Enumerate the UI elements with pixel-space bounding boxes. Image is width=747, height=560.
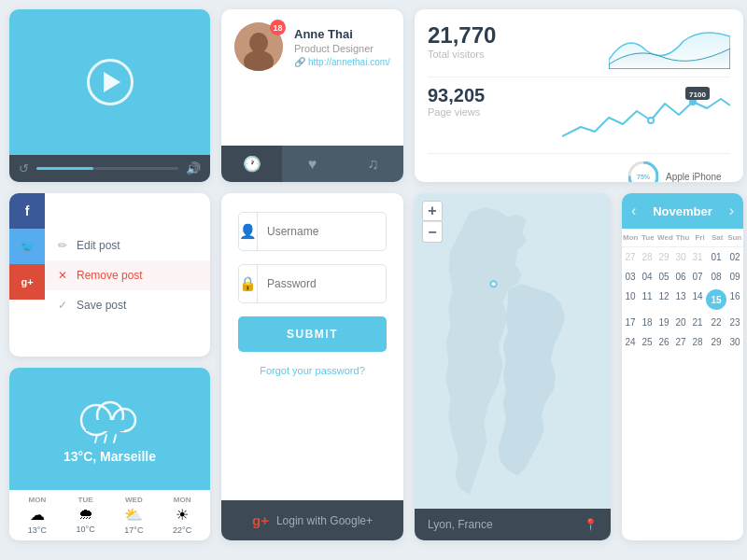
calendar-cell[interactable]: 23	[726, 313, 743, 332]
google-login[interactable]: g+ Login with Google+	[221, 500, 403, 540]
calendar-cell[interactable]: 21	[689, 313, 706, 332]
calendar-cell[interactable]: 29	[706, 332, 726, 352]
calendar-cell[interactable]: 06	[672, 267, 689, 287]
calendar-cell[interactable]: 29	[655, 247, 672, 267]
profile-tabs: 🕐 ♥ ♫	[221, 146, 403, 182]
calendar-cell[interactable]: 22	[706, 313, 726, 332]
volume-icon[interactable]: 🔊	[186, 161, 201, 175]
repeat-icon[interactable]: ↺	[19, 161, 29, 175]
edit-label: Edit post	[77, 239, 120, 252]
login-card: 👤 🔒 SUBMIT Forgot your password? g+ Logi…	[221, 193, 403, 540]
google-plus-icon: g+	[252, 512, 269, 528]
progress-bar[interactable]	[36, 167, 178, 170]
calendar-cell[interactable]: 10	[622, 287, 639, 313]
calendar-cell[interactable]: 30	[726, 332, 743, 352]
password-input[interactable]	[258, 270, 387, 298]
calendar-cell[interactable]: 11	[639, 287, 655, 313]
twitter-button[interactable]: 🐦	[9, 229, 45, 264]
profile-link[interactable]: 🔗 http://annethai.com/	[294, 57, 390, 67]
forecast-day-3: MON	[174, 496, 191, 504]
calendar-cell[interactable]: 03	[622, 267, 639, 287]
forecast-temp-2: 17°C	[124, 525, 143, 535]
calendar-cell[interactable]: 02	[726, 247, 743, 267]
profile-card: 18 Anne Thai Product Designer 🔗 http://a…	[221, 9, 403, 182]
username-input[interactable]	[258, 217, 387, 245]
stats-card: 21,770 Total visitors	[415, 9, 743, 182]
play-icon	[104, 72, 120, 92]
calendar-cell[interactable]: 17	[622, 313, 639, 332]
day-label-thu: Thu	[674, 229, 692, 246]
calendar-cell[interactable]: 01	[706, 247, 726, 267]
menu-items: ✏ Edit post ✕ Remove post ✓ Save post	[45, 193, 210, 357]
calendar-cell[interactable]: 09	[726, 267, 743, 287]
tab-clock[interactable]: 🕐	[221, 146, 282, 182]
profile-top: 18 Anne Thai Product Designer 🔗 http://a…	[221, 9, 403, 80]
day-label-tue: Tue	[640, 229, 657, 246]
calendar-cell[interactable]: 14	[689, 287, 706, 313]
remove-label: Remove post	[77, 269, 143, 282]
calendar-cell[interactable]: 07	[689, 267, 706, 287]
calendar-cell[interactable]: 28	[689, 332, 706, 352]
menu-item-remove[interactable]: ✕ Remove post	[45, 260, 210, 290]
mobile-section: 5,442 Mobile visitors 75% Apple iPhone	[428, 161, 730, 182]
menu-item-save[interactable]: ✓ Save post	[45, 290, 210, 320]
forecast-temp-3: 22°C	[173, 525, 191, 535]
pageviews-label: Page views	[428, 106, 485, 118]
save-icon: ✓	[58, 299, 67, 312]
visitors-section: 21,770 Total visitors	[428, 22, 730, 69]
svg-point-1	[249, 33, 268, 53]
calendar-cell[interactable]: 12	[655, 287, 672, 313]
svg-line-18	[105, 435, 106, 442]
forecast-temp-1: 10°C	[77, 525, 95, 534]
menu-item-edit[interactable]: ✏ Edit post	[45, 231, 210, 260]
calendar-cell[interactable]: 05	[655, 267, 672, 287]
forecast-day-2: WED	[125, 496, 143, 504]
calendar-cell[interactable]: 18	[639, 313, 655, 332]
calendar-cell[interactable]: 15	[706, 287, 726, 313]
tab-heart[interactable]: ♥	[282, 146, 343, 182]
calendar-cell[interactable]: 26	[655, 332, 672, 352]
remove-icon: ✕	[58, 269, 67, 282]
weather-card: 13°C, Marseille MON ☁ 13°C TUE 🌧 10°C WE…	[9, 368, 210, 540]
calendar-cell[interactable]: 04	[639, 267, 655, 287]
google-plus-button[interactable]: g+	[9, 264, 45, 300]
zoom-in-button[interactable]: +	[422, 201, 443, 221]
calendar-cell[interactable]: 24	[622, 332, 639, 352]
prev-month-button[interactable]: ‹	[631, 203, 636, 219]
map-card: + − Lyon, France 📍	[415, 193, 611, 540]
pageviews-count: 93,205	[428, 85, 485, 106]
forecast-0: MON ☁ 13°C	[28, 496, 47, 535]
visitors-count: 21,770	[428, 22, 496, 49]
calendar-cell[interactable]: 20	[672, 313, 689, 332]
calendar-cell[interactable]: 25	[639, 332, 655, 352]
forecast-2: WED ⛅ 17°C	[124, 496, 143, 535]
tab-music[interactable]: ♫	[343, 146, 403, 182]
facebook-button[interactable]: f	[9, 193, 45, 229]
calendar-cell[interactable]: 19	[655, 313, 672, 332]
calendar-cell[interactable]: 30	[672, 247, 689, 267]
forgot-password-link[interactable]: Forgot your password?	[238, 365, 387, 376]
calendar-cell[interactable]: 27	[672, 332, 689, 352]
forecast-day-0: MON	[29, 496, 47, 504]
save-label: Save post	[77, 299, 126, 312]
login-form: 👤 🔒 SUBMIT Forgot your password?	[221, 193, 403, 500]
visitors-label: Total visitors	[428, 49, 496, 60]
calendar-cell[interactable]: 13	[672, 287, 689, 313]
svg-rect-16	[86, 420, 124, 431]
calendar-cell[interactable]: 27	[622, 247, 639, 267]
play-button[interactable]	[87, 59, 134, 105]
submit-button[interactable]: SUBMIT	[238, 316, 387, 352]
social-buttons: f 🐦 g+	[9, 193, 45, 357]
calendar-cell[interactable]: 08	[706, 267, 726, 287]
zoom-out-button[interactable]: −	[422, 222, 443, 243]
next-month-button[interactable]: ›	[729, 203, 734, 219]
calendar-cell[interactable]: 28	[639, 247, 655, 267]
location-icon: 📍	[584, 518, 598, 531]
calendar-cell[interactable]: 16	[726, 287, 743, 313]
user-icon: 👤	[239, 213, 258, 250]
svg-point-22	[491, 282, 495, 286]
calendar-header: ‹ November ›	[622, 193, 743, 229]
day-labels: Mon Tue Wed Thu Fri Sat Sun	[622, 229, 743, 247]
forecast-icon-2: ⛅	[124, 506, 143, 524]
calendar-cell[interactable]: 31	[689, 247, 706, 267]
